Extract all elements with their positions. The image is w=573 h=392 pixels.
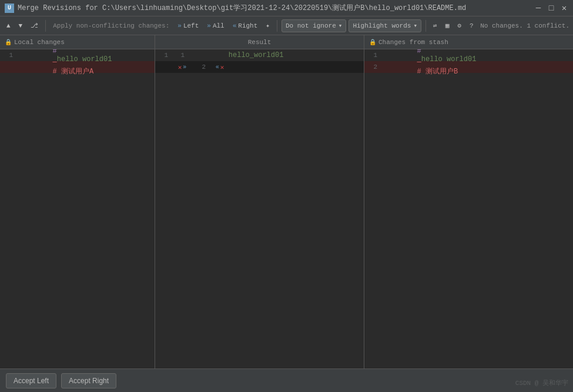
right-panel-label: Changes from stash — [378, 39, 448, 46]
nav-next-icon: ▼ — [19, 22, 23, 29]
close-button[interactable]: ✕ — [560, 4, 568, 12]
result-panel-header: Result — [155, 35, 364, 49]
apply-all-button[interactable]: » All — [204, 19, 227, 32]
nav-prev-icon: ▲ — [6, 22, 11, 29]
conflict-x2-icon[interactable]: ✕ — [220, 63, 224, 71]
nav-prev-button[interactable]: ▲ — [4, 19, 14, 32]
minimize-button[interactable]: ─ — [534, 4, 542, 12]
sep2 — [277, 20, 277, 32]
left-line-content-2: ─ # 测试用户A — [16, 50, 155, 85]
window-title: Merge Revisions for C:\Users\linhuaming\… — [18, 3, 534, 13]
right-panel-header: 🔒 Changes from stash — [364, 35, 573, 49]
right-hash-2: # 测试用户B — [417, 68, 458, 76]
settings-button[interactable]: ⚙ — [454, 19, 464, 32]
center-right-num-1: 1 — [172, 52, 188, 59]
right-arrows-icon: « — [233, 22, 237, 29]
app-icon: U — [5, 4, 14, 13]
help-icon: ? — [470, 22, 474, 29]
right-line-num-1: 1 — [364, 52, 381, 59]
conflict-x-icon[interactable]: ✕ — [178, 63, 182, 71]
apply-left-label: Left — [183, 22, 199, 29]
bottom-bar: Accept Left Accept Right — [0, 368, 573, 392]
center-line-controls-right-2: « ✕ — [209, 63, 230, 71]
center-line-controls-2: ✕ » — [172, 63, 193, 71]
apply-all-label: All — [213, 22, 224, 29]
branch-button[interactable]: ⎇ — [28, 19, 41, 32]
left-line-num-1: 1 — [0, 52, 16, 59]
lock-right-icon: 🔒 — [369, 39, 376, 46]
ignore-dropdown[interactable]: Do not ignore ▾ — [282, 19, 346, 32]
center-line-2: ✕ » 2 « ✕ — [155, 61, 364, 73]
highlight-dropdown-arrow: ▾ — [413, 22, 417, 29]
status-text: No changes. 1 conflict. — [480, 22, 569, 29]
accept-left-button[interactable]: Accept Left — [6, 373, 56, 388]
right-line-2: 2 ─ # 测试用户B — [364, 61, 573, 73]
result-panel-label: Result — [248, 39, 272, 46]
all-arrows-icon: » — [207, 22, 211, 29]
left-hash-2: # 测试用户A — [53, 68, 94, 76]
conflict-arrow-left-icon[interactable]: « — [216, 64, 219, 71]
toolbar: ▲ ▼ ⎇ Apply non-conflicting changes: » L… — [0, 16, 573, 35]
left-panel-label: Local changes — [14, 39, 65, 46]
lock-left-icon: 🔒 — [5, 39, 12, 46]
maximize-button[interactable]: □ — [547, 4, 555, 12]
conflict-arrow-right-icon[interactable]: » — [183, 64, 186, 71]
apply-right-button[interactable]: « Right — [230, 19, 261, 32]
panels-header: 🔒 Local changes Result 🔒 Changes from st… — [0, 35, 573, 49]
branch-icon: ⎇ — [31, 22, 38, 29]
watermark: CSDN @ 吴和华宇 — [515, 378, 568, 387]
columns-button[interactable]: ▦ — [443, 19, 453, 32]
center-line-1: 1 1 # hello_world01 ✓ — [155, 49, 364, 61]
diff-area: 1 # hello_world01 ─ # 测试用户A 1 1 # hello_… — [0, 49, 573, 368]
left-panel: 1 # hello_world01 ─ # 测试用户A — [0, 49, 155, 368]
right-line-content-2: ─ # 测试用户B — [381, 50, 573, 85]
ignore-dropdown-arrow: ▾ — [339, 22, 343, 29]
right-line-num-2: 2 — [364, 63, 381, 71]
title-bar: U Merge Revisions for C:\Users\linhuamin… — [0, 0, 573, 16]
sep1 — [45, 20, 46, 32]
window-controls: ─ □ ✕ — [534, 4, 568, 12]
highlight-dropdown[interactable]: Highlight words ▾ — [349, 19, 421, 32]
apply-label: Apply non-conflicting changes: — [50, 19, 172, 32]
magic-button[interactable]: ✦ — [263, 19, 273, 32]
ignore-dropdown-label: Do not ignore — [286, 22, 336, 29]
columns-icon: ▦ — [445, 22, 450, 29]
settings-icon: ⚙ — [457, 22, 461, 29]
left-panel-header: 🔒 Local changes — [0, 35, 155, 49]
layout-icon: ⇌ — [433, 22, 437, 29]
highlight-dropdown-label: Highlight words — [353, 22, 411, 29]
layout-button[interactable]: ⇌ — [430, 19, 440, 32]
center-panel: 1 1 # hello_world01 ✓ ✕ » 2 « ✕ — [155, 49, 364, 368]
center-right-num-2: 2 — [193, 63, 209, 71]
left-line-2: ─ # 测试用户A — [0, 61, 155, 73]
sep3 — [425, 20, 426, 32]
accept-right-button[interactable]: Accept Right — [61, 373, 116, 388]
apply-left-button[interactable]: » Left — [175, 19, 202, 32]
nav-next-button[interactable]: ▼ — [16, 19, 26, 32]
apply-right-label: Right — [238, 22, 257, 29]
center-left-num-1: 1 — [155, 52, 172, 59]
left-arrows-icon: » — [177, 22, 182, 29]
magic-icon: ✦ — [266, 22, 270, 29]
right-panel: 1 # hello_world01 2 ─ # 测试用户B — [364, 49, 573, 368]
help-button[interactable]: ? — [467, 19, 477, 32]
